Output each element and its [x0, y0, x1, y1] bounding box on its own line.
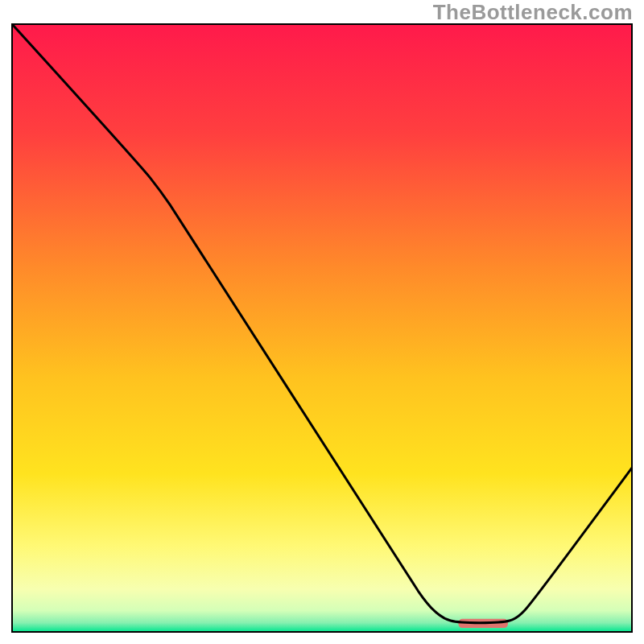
chart-background-gradient — [12, 24, 632, 632]
bottleneck-chart — [0, 0, 644, 644]
watermark-text: TheBottleneck.com — [433, 0, 633, 25]
